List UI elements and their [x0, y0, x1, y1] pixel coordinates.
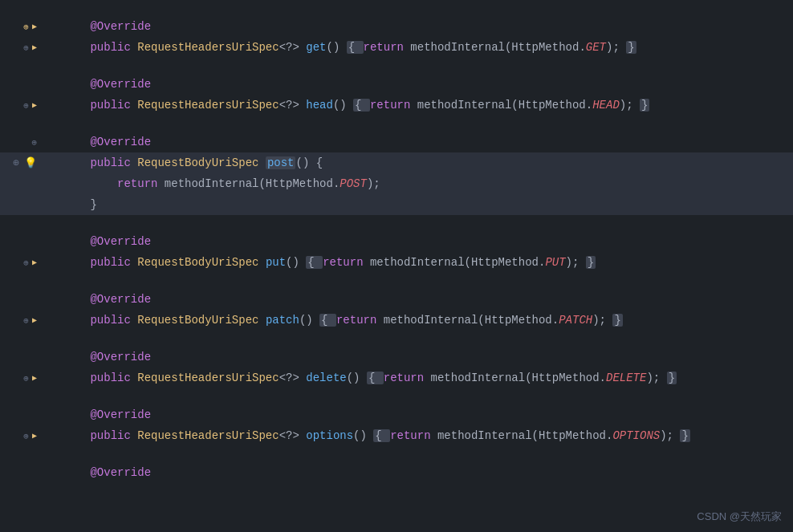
type-requestheaders2: RequestHeadersUriSpec	[137, 99, 279, 112]
gutter-collapse-icon3[interactable]: ⊕	[31, 137, 37, 148]
type-requestbody3: RequestBodyUriSpec	[137, 314, 266, 327]
brace-close6: }	[667, 372, 677, 384]
gutter-collapse-put[interactable]: ⊕	[23, 258, 29, 268]
keyword-public4: public	[90, 256, 137, 269]
gutter-post: ⊕ 💡	[3, 156, 43, 169]
http-method-get: GET	[586, 41, 606, 54]
gutter-patch: ⊕ ▶	[3, 315, 43, 326]
keyword-public7: public	[90, 429, 137, 442]
gutter-collapse-icon2[interactable]: ⊕	[23, 100, 29, 111]
annotation-override8: @Override	[90, 466, 151, 479]
method-internal7: methodInternal(HttpMethod.	[437, 429, 612, 442]
brace-open4: {	[306, 256, 323, 269]
punct-diamond4: <?>	[279, 429, 307, 442]
code-editor: ⊕ ▶ @Override ⊕ ▶ public RequestHeadersU…	[0, 0, 793, 532]
punct-patch-parens: ()	[299, 314, 319, 327]
method-get: get	[306, 41, 326, 54]
gutter-arrow3: ▶	[32, 100, 37, 110]
brace-open5: {	[319, 314, 336, 327]
gutter-collapse-patch[interactable]: ⊕	[23, 315, 29, 326]
brace-open: {	[347, 41, 364, 54]
brace-close2: }	[640, 99, 649, 112]
closing-brace: }	[90, 198, 96, 211]
gutter-head: ⊕ ▶	[3, 100, 43, 111]
punct-close5: );	[592, 314, 612, 327]
brace-close4: }	[586, 256, 596, 269]
gutter-arrow2: ▶	[32, 43, 37, 52]
watermark: CSDN @天然玩家	[697, 510, 782, 524]
type-requestheaders3: RequestHeadersUriSpec	[137, 372, 279, 384]
gutter-arrow-delete: ▶	[32, 373, 37, 383]
gutter-arrow-icon: ⊕	[23, 22, 29, 32]
keyword-public5: public	[90, 314, 137, 327]
method-internal6: methodInternal(HttpMethod.	[431, 372, 606, 384]
gutter-get: ⊕ ▶	[3, 43, 43, 53]
punct-delete-parens: ()	[347, 372, 367, 384]
brace-close: }	[626, 41, 636, 54]
method-internal5: methodInternal(HttpMethod.	[384, 314, 559, 327]
punct-close7: );	[660, 429, 680, 442]
keyword-return7: return	[390, 429, 437, 442]
gutter-get-override: ⊕ ▶	[3, 22, 43, 32]
gutter-arrow: ▶	[32, 22, 37, 31]
brace-open7: {	[373, 429, 390, 442]
method-patch: patch	[266, 314, 299, 327]
keyword-public2: public	[90, 99, 137, 112]
gutter-collapse-delete[interactable]: ⊕	[23, 373, 29, 384]
method-internal2: methodInternal(HttpMethod.	[417, 99, 592, 112]
keyword-return2: return	[370, 99, 417, 112]
gutter-collapse-icon[interactable]: ⊕	[23, 43, 29, 53]
gutter-arrow-options: ▶	[32, 431, 37, 441]
punct-close4: );	[566, 256, 586, 269]
http-method-patch: PATCH	[559, 314, 592, 327]
type-requestheaders: RequestHeadersUriSpec	[137, 41, 279, 54]
code-line-override-last: @Override	[0, 462, 793, 483]
punct-put-parens: ()	[286, 256, 306, 269]
keyword-public: public	[90, 41, 137, 54]
keyword-return4: return	[323, 256, 370, 269]
punct-options-parens: ()	[353, 429, 373, 442]
punct-diamond2: <?>	[279, 99, 307, 112]
http-method-options: OPTIONS	[612, 429, 660, 442]
punct-parens2: ()	[333, 99, 353, 112]
brace-close7: }	[680, 429, 689, 442]
http-method-put: PUT	[545, 256, 565, 269]
punct-close6: );	[646, 372, 666, 384]
punct-parens: ()	[327, 41, 347, 54]
gutter-delete: ⊕ ▶	[3, 373, 43, 384]
gutter-collapse-post[interactable]: ⊕	[13, 156, 19, 169]
gutter-post-override: ⊕	[3, 137, 43, 148]
punct-close2: );	[620, 99, 640, 112]
brace-close5: }	[612, 314, 622, 327]
http-method-head: HEAD	[592, 99, 620, 112]
gutter-arrow-put: ▶	[32, 258, 37, 267]
type-requestheaders4: RequestHeadersUriSpec	[137, 429, 279, 442]
method-head: head	[306, 99, 333, 112]
gutter-options: ⊕ ▶	[3, 431, 43, 441]
method-internal4: methodInternal(HttpMethod.	[370, 256, 545, 269]
punct-close: );	[606, 41, 626, 54]
method-internal: methodInternal(HttpMethod.	[410, 41, 585, 54]
line-content-override8: @Override	[43, 441, 790, 504]
type-requestbody2: RequestBodyUriSpec	[137, 256, 266, 269]
keyword-public6: public	[90, 372, 137, 384]
method-delete: delete	[306, 372, 346, 384]
bulb-icon[interactable]: 💡	[24, 156, 37, 169]
keyword-return: return	[364, 41, 411, 54]
gutter-arrow-patch: ▶	[32, 315, 37, 325]
method-options: options	[306, 429, 353, 442]
http-method-delete: DELETE	[606, 372, 646, 384]
brace-open2: {	[353, 99, 370, 112]
gutter-put: ⊕ ▶	[3, 258, 43, 268]
punct-diamond: <?>	[279, 41, 307, 54]
brace-open6: {	[367, 372, 384, 384]
punct-diamond3: <?>	[279, 372, 307, 384]
method-put: put	[266, 256, 286, 269]
gutter-collapse-options[interactable]: ⊕	[23, 431, 29, 441]
keyword-return5: return	[336, 314, 384, 327]
keyword-return6: return	[384, 372, 431, 384]
